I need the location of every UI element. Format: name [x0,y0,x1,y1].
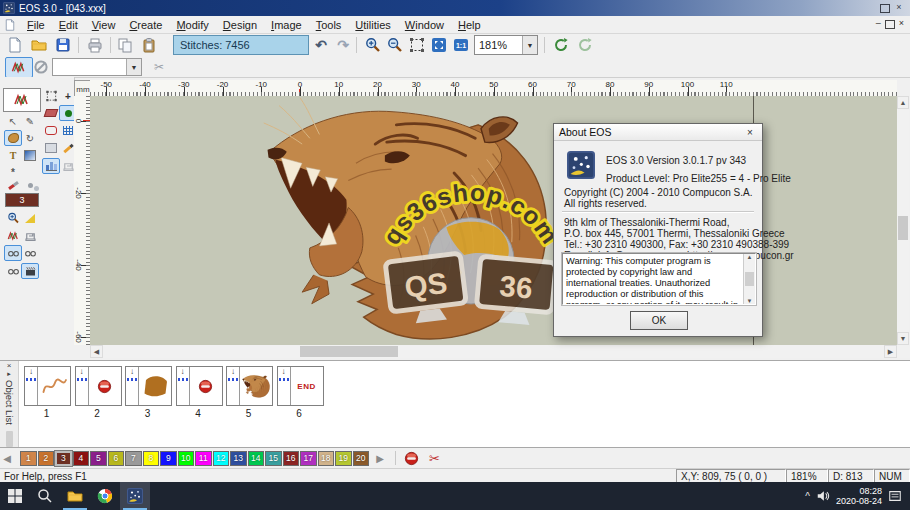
palette-color-11[interactable]: 11 [195,451,212,466]
copy-button[interactable] [114,35,136,55]
window-restore-button[interactable] [878,2,892,15]
palette-color-20[interactable]: 20 [353,451,370,466]
palette-next-icon[interactable]: ▶ [373,453,387,464]
select-tool[interactable]: ↖ [4,113,22,129]
scroll-left-icon[interactable]: ◀ [90,345,103,358]
warn-scroll-thumb[interactable] [745,272,754,286]
create-shape-tool[interactable] [4,130,22,146]
zoom-selection-button[interactable] [406,35,428,55]
taskbar-search-button[interactable] [30,482,60,510]
child-restore-button[interactable] [885,18,895,31]
warn-scroll-up-icon[interactable]: ▲ [747,254,753,260]
warning-scrollbar[interactable]: ▲ ▼ [743,254,755,304]
beads-tool[interactable] [21,177,39,193]
gradient-fill-tool[interactable] [21,147,39,163]
rotate-tool[interactable]: ↻ [21,130,39,146]
regenerate-alt-button[interactable] [574,35,596,55]
statistics-tool[interactable] [42,158,60,174]
taskbar-eos-button[interactable] [120,482,150,510]
design-canvas[interactable]: qs36shop.com QS 36 [90,96,897,345]
panel-grip[interactable] [6,431,13,447]
no-filter-button[interactable] [32,57,50,77]
h-scroll-thumb[interactable] [300,346,398,357]
menu-create[interactable]: Create [122,18,169,32]
panel-pin-icon[interactable]: ▸ [7,370,11,378]
stitch-edit-tool[interactable] [4,228,22,244]
palette-color-19[interactable]: 19 [335,451,352,466]
warn-scroll-down-icon[interactable]: ▼ [747,298,753,304]
palette-color-10[interactable]: 10 [178,451,195,466]
object-item-4[interactable]: ↓ [176,366,223,406]
stitch-view-mode-button[interactable] [5,57,33,78]
palette-color-5[interactable]: 5 [90,451,107,466]
menu-window[interactable]: Window [398,18,451,32]
panel-close-icon[interactable]: × [7,361,12,370]
fit-to-window-button[interactable] [428,35,450,55]
child-close-button[interactable]: × [899,18,904,31]
eraser-tool[interactable] [42,105,60,121]
palette-color-1[interactable]: 1 [20,451,37,466]
palette-color-6[interactable]: 6 [108,451,125,466]
palette-color-17[interactable]: 17 [300,451,317,466]
object-item-2[interactable]: ↓ [75,366,122,406]
trim-command-button[interactable]: ✂ [429,451,440,466]
action-center-icon[interactable] [888,489,902,503]
3d-view-glasses-tool[interactable] [4,263,22,279]
palette-color-7[interactable]: 7 [125,451,142,466]
zoom-in-button[interactable] [362,35,384,55]
menu-view[interactable]: View [85,18,123,32]
combo-dropdown-icon[interactable]: ▼ [126,59,141,75]
zoom-tool[interactable] [4,210,22,226]
taskbar-clock[interactable]: 08:28 2020-08-24 [836,486,882,506]
taskbar-explorer-button[interactable] [60,482,90,510]
print-button[interactable] [84,35,106,55]
menu-edit[interactable]: Edit [52,18,85,32]
palette-color-13[interactable]: 13 [230,451,247,466]
object-item-5[interactable]: ↓ [226,366,273,406]
palette-color-8[interactable]: 8 [143,451,160,466]
speaker-icon[interactable] [816,489,830,503]
machine-tool[interactable] [21,228,39,244]
stop-command-button[interactable] [404,451,419,466]
v-scroll-thumb[interactable] [898,216,908,240]
child-minimize-button[interactable]: – [876,18,881,31]
scroll-down-icon[interactable]: ▼ [897,332,909,345]
zoom-level-combo[interactable]: 181% ▼ [474,35,538,55]
outline-frame-tool[interactable] [42,122,60,138]
redo-button[interactable]: ↷ [332,35,354,55]
h-scrollbar[interactable]: ◀ ▶ [90,345,897,358]
slow-draw-tool[interactable] [21,263,39,279]
regenerate-button[interactable] [550,35,572,55]
palette-color-9[interactable]: 9 [160,451,177,466]
image-frame-tool[interactable] [42,140,60,156]
save-button[interactable] [52,35,74,55]
undo-button[interactable]: ↶ [310,35,332,55]
dialog-close-icon[interactable]: × [743,127,757,138]
palette-color-18[interactable]: 18 [318,451,335,466]
outline-view-glasses-tool[interactable] [21,245,39,261]
menu-help[interactable]: Help [451,18,488,32]
object-item-3[interactable]: ↓ [125,366,172,406]
measure-tool[interactable] [21,210,39,226]
menu-utilities[interactable]: Utilities [348,18,397,32]
window-close-button[interactable]: × [892,2,906,15]
v-scrollbar[interactable]: ▲ ▼ [897,96,909,345]
zoom-out-button[interactable] [384,35,406,55]
node-edit-tool[interactable]: ✎ [21,113,39,129]
palette-color-3[interactable]: 3 [55,451,72,466]
menu-image[interactable]: Image [264,18,309,32]
stitch-view-glasses-tool[interactable] [4,245,22,261]
menu-design[interactable]: Design [216,18,264,32]
menu-file[interactable]: File [20,18,52,32]
scroll-right-icon[interactable]: ▶ [884,345,897,358]
open-button[interactable] [28,35,50,55]
object-item-1[interactable]: ↓ [24,366,71,406]
draw-mode-button[interactable] [3,88,41,112]
start-button[interactable] [0,482,30,510]
menu-modify[interactable]: Modify [169,18,215,32]
cut-filter-button[interactable]: ✂ [148,57,170,77]
menu-tools[interactable]: Tools [309,18,349,32]
palette-color-16[interactable]: 16 [283,451,300,466]
filter-combo[interactable]: ▼ [52,58,142,76]
palette-prev-icon[interactable]: ◀ [0,453,14,464]
